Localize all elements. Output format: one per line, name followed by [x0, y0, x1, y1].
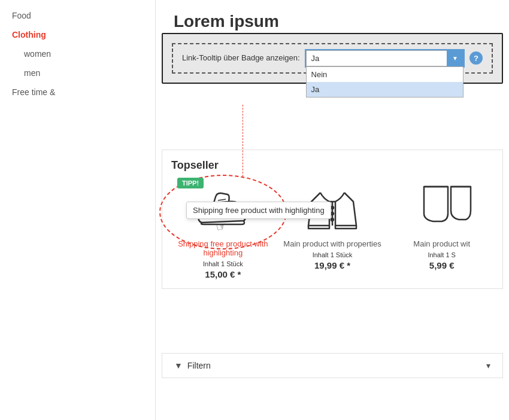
select-wrapper: Ja ▼ Nein Ja — [306, 50, 463, 66]
product-name-1: Shipping free product withhighlighting — [171, 239, 275, 257]
product-card-2[interactable]: Main product with properties Inhalt 1 St… — [281, 181, 384, 270]
page-title: Lorem ipsum — [174, 12, 491, 31]
cursor-icon: ☞ — [215, 219, 228, 235]
sidebar-item-freetime[interactable]: Free time & — [0, 83, 155, 102]
product-card-3[interactable]: Main product wit Inhalt 1 S 5,99 € — [390, 181, 493, 270]
product-price-2: 19,99 € * — [281, 260, 384, 270]
tooltip-popup: Shipping free product with highlighting — [186, 202, 331, 219]
tipp-badge: TIPP! — [177, 178, 204, 188]
main-content: Lorem ipsum Link-Tooltip über Badge anze… — [156, 0, 509, 420]
select-arrow-icon[interactable]: ▼ — [447, 50, 463, 66]
filter-bar[interactable]: ▼ Filtern ▾ — [162, 353, 503, 378]
filter-label: Filtern — [187, 361, 211, 370]
product-icon-socks — [412, 181, 472, 235]
config-panel: Link-Tooltip über Badge anzeigen: Ja ▼ N… — [162, 33, 503, 84]
topseller-section: Topseller TIPP! ☞ Shipping free product … — [162, 150, 503, 289]
svg-point-3 — [331, 206, 334, 209]
dropdown-list: Nein Ja — [306, 66, 463, 98]
sidebar-item-food[interactable]: Food — [0, 6, 155, 25]
product-name-2: Main product with properties — [281, 239, 384, 248]
product-name-3: Main product wit — [390, 239, 493, 248]
topseller-title: Topseller — [171, 159, 493, 172]
select-field[interactable]: Ja — [306, 50, 463, 66]
svg-line-0 — [218, 199, 226, 200]
svg-point-5 — [331, 218, 334, 221]
sidebar: Food Clothing women men Free time & — [0, 0, 156, 420]
product-price-3: 5,99 € — [390, 260, 493, 270]
help-icon[interactable]: ? — [469, 51, 483, 65]
product-inhalt-3: Inhalt 1 S — [390, 251, 493, 258]
svg-point-4 — [331, 212, 334, 215]
dropdown-option-nein[interactable]: Nein — [307, 67, 463, 82]
sidebar-item-men[interactable]: men — [0, 63, 155, 83]
config-label: Link-Tooltip über Badge anzeigen: — [182, 50, 300, 62]
product-price-1: 15,00 € * — [171, 269, 275, 279]
sidebar-item-women[interactable]: women — [0, 44, 155, 63]
filter-icon: ▼ — [174, 361, 183, 370]
filter-chevron-icon: ▾ — [486, 361, 490, 370]
arrow-line — [243, 105, 244, 176]
product-inhalt-2: Inhalt 1 Stück — [281, 251, 384, 258]
dropdown-option-ja[interactable]: Ja — [307, 82, 463, 97]
page-header: Lorem ipsum — [156, 0, 509, 37]
products-grid: TIPP! ☞ Shipping free product with highl… — [171, 181, 493, 279]
config-inner: Link-Tooltip über Badge anzeigen: Ja ▼ N… — [172, 43, 493, 74]
product-card-1[interactable]: TIPP! ☞ Shipping free product with highl… — [171, 181, 275, 279]
product-inhalt-1: Inhalt 1 Stück — [171, 260, 275, 267]
sidebar-item-clothing[interactable]: Clothing — [0, 25, 155, 44]
